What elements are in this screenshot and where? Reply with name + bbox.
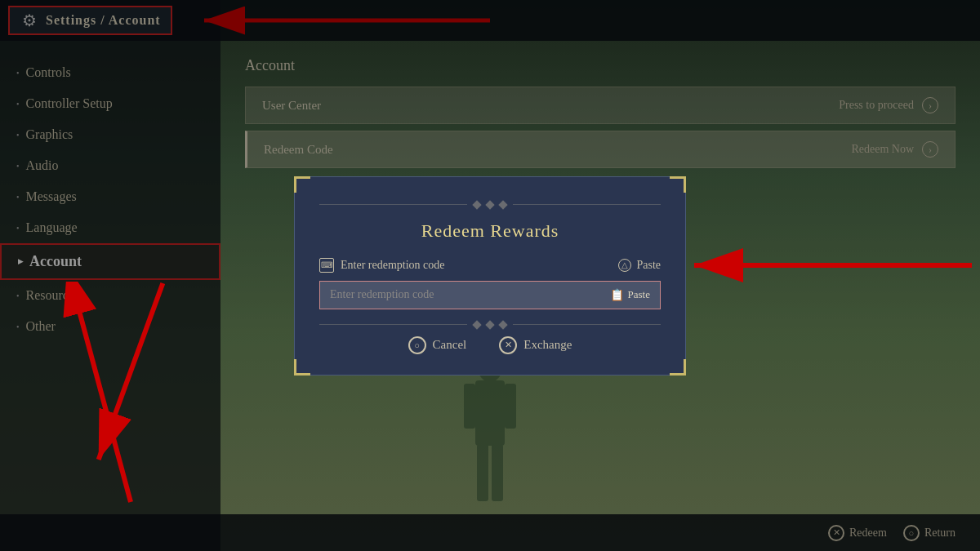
deco-diamond-br xyxy=(498,320,507,329)
modal-overlay: Redeem Rewards ⌨ Enter redemption code △… xyxy=(0,0,980,551)
redeem-rewards-modal: Redeem Rewards ⌨ Enter redemption code △… xyxy=(294,176,686,375)
cancel-label: Cancel xyxy=(433,338,467,352)
cancel-circle-icon: ○ xyxy=(408,336,426,354)
deco-diamond-bc xyxy=(485,320,494,329)
deco-diamond-bl xyxy=(472,320,481,329)
triangle-icon: △ xyxy=(618,259,631,272)
exchange-circle-icon: ✕ xyxy=(499,336,517,354)
modal-input-label-row: ⌨ Enter redemption code △ Paste xyxy=(319,258,661,273)
corner-bl xyxy=(294,359,310,375)
corner-br xyxy=(670,359,686,375)
paste-inline-icon: 📋 xyxy=(610,288,624,302)
exchange-label: Exchange xyxy=(523,338,572,352)
deco-line-br xyxy=(513,324,661,325)
paste-inline-label: Paste xyxy=(628,288,650,301)
deco-line-right xyxy=(513,204,661,205)
paste-label-text: Paste xyxy=(636,259,661,272)
deco-line-left xyxy=(319,204,467,205)
modal-top-decoration xyxy=(319,202,661,208)
code-input-field[interactable] xyxy=(330,288,604,301)
modal-title: Redeem Rewards xyxy=(319,220,661,242)
deco-diamond-right xyxy=(498,200,507,209)
paste-inline-button[interactable]: 📋 Paste xyxy=(610,288,650,302)
corner-tl xyxy=(294,176,310,193)
corner-tr xyxy=(670,176,686,193)
modal-bottom-decoration xyxy=(319,322,661,328)
cancel-button[interactable]: ○ Cancel xyxy=(408,336,467,354)
deco-line-bl xyxy=(319,324,467,325)
input-label-left: ⌨ Enter redemption code xyxy=(319,258,445,273)
deco-diamond-center xyxy=(485,200,494,209)
keyboard-icon: ⌨ xyxy=(319,258,334,273)
code-input-row[interactable]: 📋 Paste xyxy=(319,281,661,309)
input-label-text: Enter redemption code xyxy=(341,259,445,272)
modal-buttons: ○ Cancel ✕ Exchange xyxy=(319,336,661,354)
deco-diamond-left xyxy=(472,200,481,209)
exchange-button[interactable]: ✕ Exchange xyxy=(499,336,572,354)
paste-label-top: △ Paste xyxy=(618,259,661,272)
